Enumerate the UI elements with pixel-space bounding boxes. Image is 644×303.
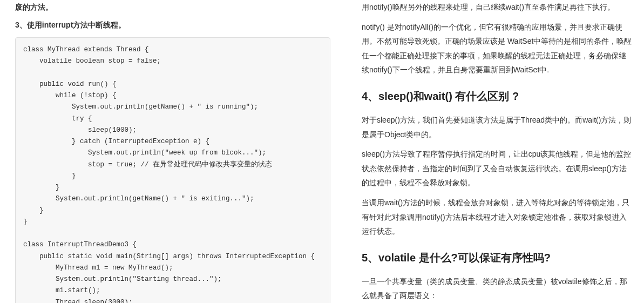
page-layout: 废的方法。 3、使用interrupt方法中断线程。 class MyThrea… [0,0,644,303]
heading-question-4: 4、sleep()和wait() 有什么区别 ? [362,86,633,106]
paragraph-volatile-intro: 一旦一个共享变量（类的成员变量、类的静态成员变量）被volatile修饰之后，那… [362,274,633,303]
code-block-java: class MyThread extends Thread { volatile… [15,37,330,303]
heading-question-5: 5、volatile 是什么?可以保证有序性吗? [362,247,633,268]
paragraph-wait-behavior: 当调用wait()方法的时候，线程会放弃对象锁，进入等待此对象的等待锁定池，只有… [362,196,633,239]
paragraph-notify-intro: 用notify()唤醒另外的线程来处理，自己继续wait()直至条件满足再往下执… [362,0,633,15]
paragraph-sleep-behavior: sleep()方法导致了程序暂停执行指定的时间，让出cpu该其他线程，但是他的监… [362,147,633,190]
paragraph-sleep-intro: 对于sleep()方法，我们首先要知道该方法是属于Thread类中的。而wait… [362,113,633,142]
text-fragment-end: 废的方法。 [15,0,330,15]
list-item-3: 3、使用interrupt方法中断线程。 [15,18,330,32]
paragraph-notify-detail: notify() 是对notifyAll()的一个优化，但它有很精确的应用场景，… [362,20,633,77]
right-column: 用notify()唤醒另外的线程来处理，自己继续wait()直至条件满足再往下执… [340,0,644,303]
left-column: 废的方法。 3、使用interrupt方法中断线程。 class MyThrea… [0,0,340,303]
